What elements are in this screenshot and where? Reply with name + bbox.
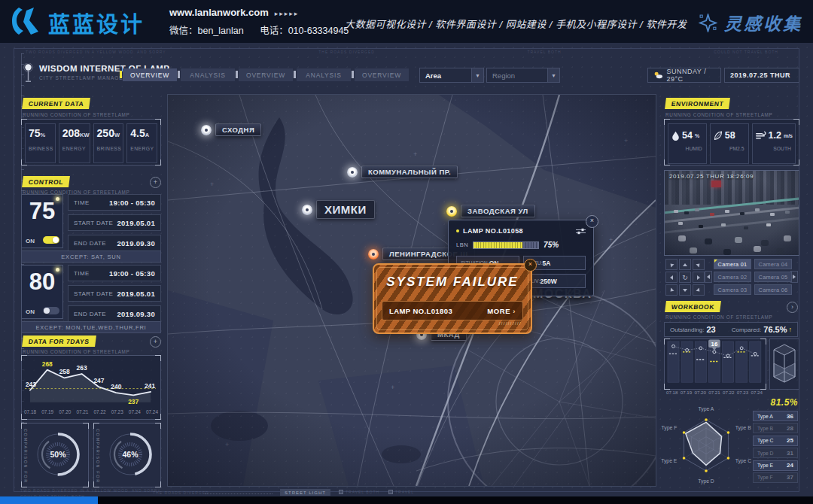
svg-text:50%: 50% (50, 450, 66, 459)
capacity-cube-panel (769, 339, 799, 390)
close-icon[interactable]: × (586, 215, 598, 228)
control-group-1: 75 ON TIME19:00 - 05:30 START DATE2019.0… (21, 194, 161, 251)
chevron-down-icon[interactable]: ▼ (471, 68, 483, 82)
brand-banner: 蓝蓝设计 www.lanlanwork.com▸▸▸▸▸ 微信：ben_lanl… (0, 0, 813, 43)
current-data-tag: CURRENT DATA (22, 98, 90, 109)
map-label-0[interactable]: СХОДНЯ (201, 123, 261, 136)
arrows-icon: ▸▸▸▸▸ (275, 10, 300, 17)
city-map[interactable]: +++ +++ СХОДНЯКОММУНАЛЬНЫЙ ПР.ХИМКИЗАВОД… (167, 94, 656, 487)
metric-briness: 75% BRINESS (25, 123, 56, 163)
map-label-1[interactable]: КОММУНАЛЬНЫЙ ПР. (347, 165, 458, 178)
metric-energy: 208KW ENERGY (59, 123, 90, 163)
map-pin-icon[interactable] (201, 125, 212, 135)
sliders-icon[interactable] (576, 228, 586, 235)
map-pin-icon[interactable] (368, 249, 379, 260)
radar-legend-row-type-e[interactable]: Type E24 (753, 460, 798, 471)
add-control-button[interactable]: + (150, 177, 161, 188)
more-button[interactable]: MORE› (487, 307, 516, 315)
brightness-progressbar[interactable] (473, 241, 539, 249)
map-pin-icon[interactable] (446, 206, 457, 217)
pan-down-left-button[interactable] (665, 284, 678, 296)
leaf-icon (714, 131, 723, 141)
bottom-blue-accent (0, 496, 98, 504)
camera-prev-button[interactable] (705, 271, 712, 283)
week-data-subtitle: RUNNING CONDITION OF STREETLAMP (23, 349, 129, 354)
system-failure-alert: × SYSTEM FAILURE LAMP NO.L01803 MORE› //… (373, 263, 532, 334)
map-pin-icon[interactable] (347, 167, 358, 178)
metric-current: 4.5A ENERGY (126, 123, 157, 163)
inspiration-collect-button[interactable]: 灵感收集 (699, 10, 802, 35)
vignette (665, 171, 799, 255)
wind-icon (756, 131, 766, 140)
workbook-subtitle: RUNNING CONDITION OF STREETLAMP (665, 314, 772, 320)
comparison-gauge-2: COMPARISON FOR 46% (93, 423, 161, 487)
metric-wattage: 250W BRINESS (93, 123, 124, 163)
end-date-row: END DATE2019.09.30 (68, 235, 161, 251)
radar-legend-row-type-f[interactable]: Type F37 (753, 472, 798, 483)
contact-line: 微信：ben_lanlan 电话：010-63334945 (169, 23, 362, 37)
sparkle-star-icon (699, 14, 717, 32)
decor-checkbox: TRAVEL BOTH (339, 490, 379, 494)
add-chart-button[interactable]: + (150, 336, 161, 348)
tab-analysis-1[interactable]: ANALYSIS (181, 68, 235, 81)
week-line-chart: 243268258263247240237241 (23, 357, 158, 405)
radar-legend-row-type-d[interactable]: Type D31 (753, 448, 798, 458)
map-label-2[interactable]: ХИМКИ (302, 200, 375, 219)
svg-text:241: 241 (145, 382, 155, 390)
camera-button-6[interactable]: Camera 06 (754, 284, 792, 295)
camera-button-2[interactable]: Camera 02 (714, 272, 751, 282)
tab-overview-2[interactable]: OVERVIEW (239, 68, 293, 81)
control-tag: CONTROL (22, 176, 70, 187)
reset-view-button[interactable]: ↻ (679, 272, 691, 283)
chevron-down-icon[interactable]: ▼ (547, 68, 559, 82)
close-icon[interactable]: × (524, 259, 537, 272)
pan-down-right-button[interactable] (693, 284, 705, 296)
decor-dotted-line (205, 493, 273, 494)
pan-up-button[interactable] (679, 259, 691, 270)
camera-button-3[interactable]: Camera 03 (714, 284, 751, 295)
svg-text:Type C: Type C (735, 458, 752, 464)
area-select[interactable]: Area ▼ (419, 68, 484, 83)
humidity-box: 54% HUMID (668, 123, 707, 164)
environment-subtitle: RUNNING CONDITION OF STREETLAMP (665, 112, 772, 117)
radar-legend-row-type-c[interactable]: Type C25 (753, 436, 798, 446)
brightness-setpoint: 75 ON (21, 194, 63, 248)
map-pin-icon[interactable] (302, 205, 312, 215)
except-days: EXCEPT: MON,TUE,WED,THUR,FRI (21, 321, 161, 333)
wattage-cell: DLIV : 250W (523, 274, 586, 288)
region-select[interactable]: Region ▼ (486, 68, 560, 83)
expand-workbook-button[interactable]: › (787, 302, 798, 313)
current-data-panel: 75% BRINESS 208KW ENERGY 250W BRINESS 4.… (21, 119, 161, 165)
svg-text:263: 263 (77, 364, 87, 372)
tab-overview-4[interactable]: OVERVIEW (355, 68, 409, 81)
radar-legend-row-type-a[interactable]: Type A36 (753, 411, 798, 421)
camera-button-5[interactable]: Camera 05 (754, 272, 792, 282)
capacity-percentage: 81.5% (760, 397, 798, 408)
pan-up-right-button[interactable] (693, 259, 705, 270)
environment-tag: ENVIRONMENT (665, 98, 730, 109)
pan-left-button[interactable] (665, 272, 678, 283)
droplet-icon (671, 131, 680, 141)
lanlan-logo-icon[interactable] (10, 6, 44, 36)
pan-right-button[interactable] (693, 272, 705, 283)
camera-button-4[interactable]: Camera 04 (754, 259, 792, 269)
camera-button-1[interactable]: Camera 01 (714, 259, 751, 269)
website-link[interactable]: www.lanlanwork.com▸▸▸▸▸ (169, 7, 299, 18)
hazard-marks: ////////// (499, 321, 522, 326)
svg-text:Type F: Type F (662, 425, 678, 431)
radar-legend: Type A36Type B28Type C25Type D31Type E24… (753, 411, 798, 484)
radar-legend-row-type-b[interactable]: Type B28 (753, 423, 798, 433)
pm25-box: 58 PM2.5 (710, 123, 749, 164)
power-toggle[interactable] (43, 236, 59, 244)
pan-down-button[interactable] (679, 284, 691, 296)
logo-text[interactable]: 蓝蓝设计 (48, 7, 145, 38)
brightness-setpoint: 80 ON (21, 265, 63, 319)
map-label-3[interactable]: ЗАВОДСКАЯ УЛ (446, 205, 535, 217)
workbook-bar-chart-panel: 16 (664, 339, 766, 390)
tab-overview-0[interactable]: OVERVIEW (123, 68, 177, 81)
power-toggle[interactable] (43, 307, 59, 314)
pan-up-left-button[interactable] (665, 259, 678, 270)
traffic-camera-feed[interactable]: 2019.07.25 THUR 18:26:09 (664, 170, 799, 256)
start-date-row: START DATE2019.05.01 (68, 214, 161, 231)
tab-analysis-3[interactable]: ANALYSIS (297, 68, 351, 81)
